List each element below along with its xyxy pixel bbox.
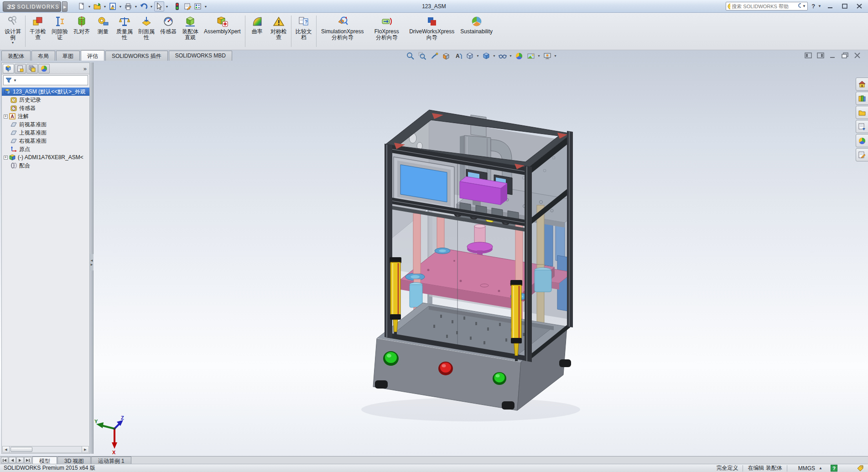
units-caret-icon[interactable]: ▲ xyxy=(819,466,822,470)
zoom-to-area-button[interactable] xyxy=(417,51,428,61)
panel-horizontal-scrollbar[interactable]: ◀ ▶ xyxy=(2,446,89,453)
search-input[interactable] xyxy=(732,4,796,9)
display-style-button[interactable] xyxy=(481,51,492,61)
view-palette-tab[interactable] xyxy=(856,120,868,133)
expand-icon[interactable]: + xyxy=(4,156,8,160)
help-search-box[interactable]: ? ▼ xyxy=(726,2,808,10)
view-settings-caret-icon[interactable]: ▼ xyxy=(554,54,557,57)
pane-right-button[interactable] xyxy=(816,52,825,59)
ribbon-button-design-study[interactable]: 设计算 例 ▼ xyxy=(2,14,24,48)
apply-scene-button[interactable] xyxy=(525,51,536,61)
doc-close-button[interactable] xyxy=(853,52,862,59)
ribbon-button-mass-properties[interactable]: 质量属 性 xyxy=(114,14,135,48)
3d-views-tab[interactable]: 3D 视图 xyxy=(57,456,91,464)
configuration-manager-tab[interactable] xyxy=(26,64,38,73)
scroll-right-arrow-icon[interactable]: ▶ xyxy=(82,446,88,452)
next-tab-button[interactable] xyxy=(16,457,24,463)
tree-item-origin[interactable]: 原点 xyxy=(2,145,89,153)
design-library-tab[interactable] xyxy=(856,92,868,105)
ribbon-button-sensors[interactable]: 传感器 xyxy=(157,14,179,48)
tab-solidworks-addins[interactable]: SOLIDWORKS 插件 xyxy=(105,51,168,61)
tree-item-sensors[interactable]: 传感器 xyxy=(2,104,89,112)
filter-caret-icon[interactable]: ▼ xyxy=(13,78,17,83)
section-view-button[interactable] xyxy=(441,51,452,61)
zoom-to-fit-button[interactable] xyxy=(405,51,416,61)
tree-item-mates[interactable]: 配合 xyxy=(2,161,89,170)
close-button[interactable] xyxy=(853,2,865,10)
last-tab-button[interactable] xyxy=(24,457,31,463)
file-explorer-tab[interactable] xyxy=(856,106,868,119)
viewport[interactable]: 装配体 布局 草图 评估 SOLIDWORKS 插件 SOLIDWORKS MB… xyxy=(0,50,868,456)
assembly-model[interactable] xyxy=(361,110,580,421)
view-settings-button[interactable] xyxy=(542,51,553,61)
more-tabs-chevron-icon[interactable]: » xyxy=(83,65,87,72)
model-tab[interactable]: 模型 xyxy=(32,456,57,464)
search-caret-icon[interactable]: ▼ xyxy=(802,4,806,8)
tree-item-history[interactable]: 历史记录 xyxy=(2,96,89,104)
ribbon-button-symmetry-check[interactable]: 对称检 查 xyxy=(268,14,290,48)
tab-sketch[interactable]: 草图 xyxy=(56,51,80,61)
ribbon-button-clearance-verify[interactable]: 间隙验 证 xyxy=(49,14,71,48)
motion-study-tab[interactable]: 运动算例 1 xyxy=(91,456,131,464)
search-icon[interactable] xyxy=(798,3,801,10)
ribbon-button-floxpress[interactable]: FloXpress 分析向导 xyxy=(367,14,406,48)
quick-tips-button[interactable]: ? xyxy=(831,465,837,472)
stop-button[interactable] xyxy=(438,362,453,375)
tree-item-top-plane[interactable]: 上视基准面 xyxy=(2,129,89,137)
ribbon-button-section-properties[interactable]: 剖面属 性 xyxy=(135,14,157,48)
ribbon-button-assembly-visualization[interactable]: 装配体 直观 xyxy=(179,14,201,48)
tree-item-front-plane[interactable]: 前视基准面 xyxy=(2,120,89,129)
tags-icon[interactable] xyxy=(857,465,864,472)
tree-root-assembly[interactable]: 123_ASM (默认<<默认>_外观 xyxy=(2,88,89,96)
ribbon-button-interference-check[interactable]: 干涉检 查 xyxy=(27,14,49,48)
panel-splitter[interactable]: ◀▶ xyxy=(90,62,94,454)
restore-button[interactable] xyxy=(839,2,851,10)
design-study-caret-icon[interactable]: ▼ xyxy=(11,41,15,44)
graphics-area[interactable] xyxy=(0,50,868,456)
help-caret-icon[interactable]: ▼ xyxy=(818,4,821,8)
start-button-left[interactable] xyxy=(383,351,399,366)
splitter-handle[interactable]: ◀▶ xyxy=(90,254,94,270)
view-orientation-button[interactable] xyxy=(464,51,475,61)
custom-properties-tab[interactable] xyxy=(856,148,868,161)
ribbon-button-assemblyxpert[interactable]: AssemblyXpert xyxy=(201,14,244,48)
tree-item-component-admi[interactable]: + (-) ADMI1A76XE8R_ASM< xyxy=(2,153,89,161)
display-style-caret-icon[interactable]: ▼ xyxy=(493,54,496,57)
hide-show-caret-icon[interactable]: ▼ xyxy=(509,54,513,57)
doc-minimize-button[interactable] xyxy=(829,52,837,59)
apply-scene-caret-icon[interactable]: ▼ xyxy=(537,54,541,57)
tab-evaluate[interactable]: 评估 xyxy=(81,50,104,61)
tree-item-right-plane[interactable]: 右视基准面 xyxy=(2,137,89,145)
hide-show-items-button[interactable] xyxy=(497,51,508,61)
ribbon-button-curvature[interactable]: 曲率 xyxy=(247,14,268,48)
property-manager-tab[interactable] xyxy=(15,64,26,73)
annotation-view-button[interactable]: A xyxy=(452,51,463,61)
display-manager-tab[interactable] xyxy=(38,64,50,73)
previous-view-button[interactable] xyxy=(429,51,440,61)
units-selector[interactable]: MMGS xyxy=(798,465,815,472)
pane-left-button[interactable] xyxy=(804,52,812,59)
ribbon-button-compare-documents[interactable]: ? 比较文 档 xyxy=(293,14,315,48)
ribbon-button-hole-alignment[interactable]: 孔对齐 xyxy=(71,14,93,48)
feature-filter-input[interactable]: ▼ xyxy=(3,75,88,85)
scroll-left-arrow-icon[interactable]: ◀ xyxy=(3,446,10,452)
feature-tree-tab[interactable] xyxy=(3,64,14,73)
solidworks-resources-tab[interactable] xyxy=(856,78,868,91)
minimize-button[interactable] xyxy=(824,2,836,10)
tree-item-annotations[interactable]: + A 注解 xyxy=(2,112,89,120)
view-orientation-caret-icon[interactable]: ▼ xyxy=(476,54,480,57)
tab-assembly[interactable]: 装配体 xyxy=(1,51,31,61)
ribbon-button-measure[interactable]: 测量 xyxy=(93,14,114,48)
first-tab-button[interactable] xyxy=(1,457,8,463)
start-button-right[interactable] xyxy=(493,372,506,385)
ribbon-button-driveworksxpress[interactable]: DriveWorksXpress 向导 xyxy=(406,14,457,48)
tab-layout[interactable]: 布局 xyxy=(31,51,55,61)
edit-appearance-button[interactable] xyxy=(514,51,525,61)
scrollbar-thumb[interactable] xyxy=(10,447,32,452)
tab-solidworks-mbd[interactable]: SOLIDWORKS MBD xyxy=(169,51,232,61)
previous-tab-button[interactable] xyxy=(9,457,16,463)
help-button[interactable]: ? xyxy=(811,3,815,10)
doc-restore-button[interactable] xyxy=(841,52,849,59)
ribbon-button-sustainability[interactable]: Sustainability xyxy=(457,14,496,48)
ribbon-button-simulationxpress[interactable]: SimulationXpress 分析向导 xyxy=(318,14,367,48)
